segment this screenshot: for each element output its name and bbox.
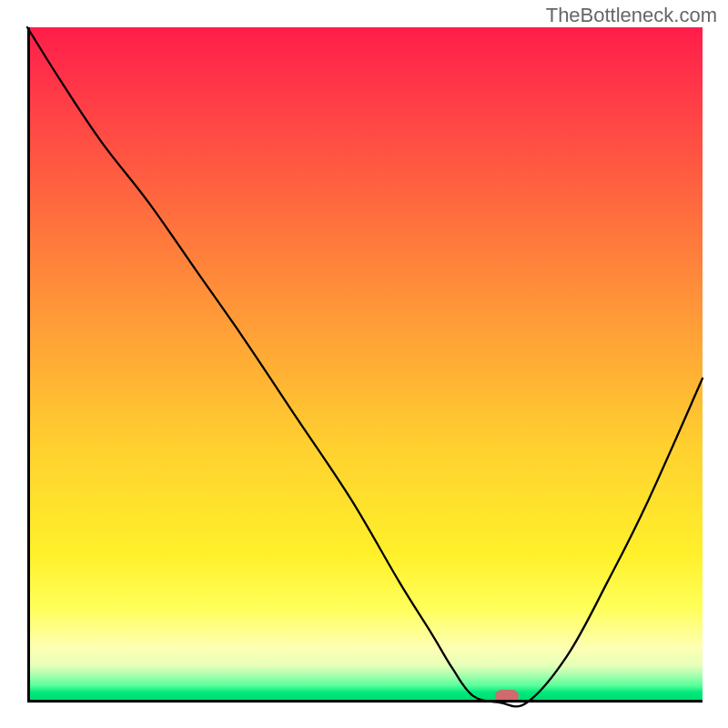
chart-container: TheBottleneck.com (0, 0, 728, 728)
curve-path (27, 27, 703, 706)
plot-area (27, 27, 703, 703)
watermark-text: TheBottleneck.com (546, 4, 717, 27)
optimal-point-marker (495, 690, 519, 703)
bottleneck-curve (27, 27, 703, 703)
